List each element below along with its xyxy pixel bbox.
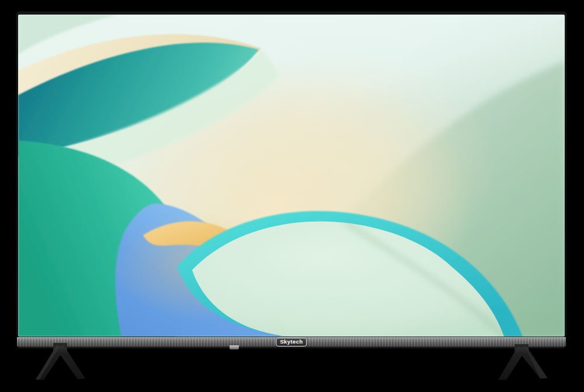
bottom-bezel-lip	[18, 346, 565, 349]
screen-wallpaper	[18, 15, 565, 337]
tv-screen	[18, 15, 565, 337]
photo-background: Skytech	[0, 0, 584, 392]
ir-sensor-tab	[230, 345, 239, 349]
brand-logo-text: Skytech	[280, 338, 303, 345]
tv-stand-left-graphic	[29, 343, 93, 384]
tv-stand-right	[491, 344, 555, 385]
tv-stand-right-graphic	[491, 344, 555, 385]
stand-leg-right	[55, 345, 85, 379]
television: Skytech	[16, 12, 566, 349]
stand-leg-highlight	[36, 345, 60, 380]
brand-logo: Skytech	[276, 338, 307, 346]
tv-stand-left	[29, 343, 93, 384]
